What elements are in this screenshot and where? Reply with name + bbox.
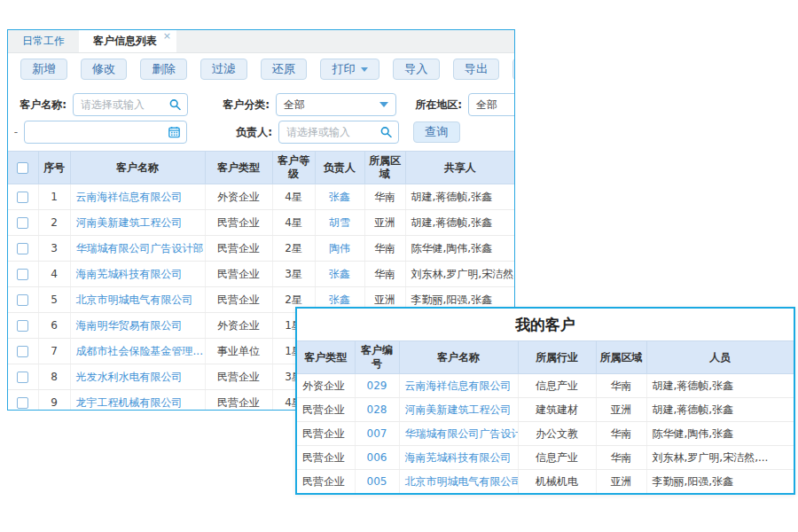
region: 华南 bbox=[364, 262, 405, 287]
category-value: 全部 bbox=[277, 98, 328, 113]
my-customers-table-body: 外资企业029云南海祥信息有限公司信息产业华南胡建,蒋德帧,张鑫民营企业028河… bbox=[297, 374, 794, 494]
table-row[interactable]: 外资企业029云南海祥信息有限公司信息产业华南胡建,蒋德帧,张鑫 bbox=[297, 374, 794, 398]
owner-link[interactable]: 张鑫 bbox=[329, 293, 350, 306]
header-people: 人员 bbox=[646, 341, 794, 374]
customer-name-link[interactable]: 云南海祥信息有限公司 bbox=[405, 379, 512, 392]
row-checkbox[interactable] bbox=[17, 217, 28, 229]
table-row[interactable]: 民营企业006海南芜城科技有限公司信息产业华南刘东林,罗广明,宋洁然,... bbox=[297, 446, 794, 470]
owner-link[interactable]: 张鑫 bbox=[329, 268, 350, 280]
category-select[interactable]: 全部 bbox=[276, 93, 396, 116]
header-shared: 共享人 bbox=[405, 152, 514, 184]
calendar-icon[interactable] bbox=[168, 127, 180, 138]
delete-button[interactable]: 删除 bbox=[140, 59, 187, 80]
owner-link[interactable]: 陶伟 bbox=[329, 242, 350, 254]
print-button-label: 打印 bbox=[332, 62, 356, 75]
export-button[interactable]: 导出 bbox=[453, 59, 500, 80]
row-no: 8 bbox=[38, 364, 70, 390]
customer-name-link[interactable]: 河南美新建筑工程公司 bbox=[405, 403, 512, 416]
owner: 张鑫 bbox=[315, 184, 364, 210]
restore-button[interactable]: 还原 bbox=[261, 59, 308, 80]
row-checkbox[interactable] bbox=[17, 372, 28, 383]
row-checkbox[interactable] bbox=[17, 320, 28, 332]
import-button[interactable]: 导入 bbox=[393, 59, 440, 80]
shared: 胡建,蒋德帧,张鑫 bbox=[405, 210, 514, 236]
tab-daily-work-label: 日常工作 bbox=[22, 34, 65, 49]
customer-type: 民营企业 bbox=[205, 262, 272, 287]
customer-name-link[interactable]: 龙宇工程机械有限公司 bbox=[76, 396, 183, 409]
region-select[interactable]: 全部 bbox=[468, 93, 515, 116]
table-row[interactable]: 民营企业007华瑞城有限公司广告设计部办公文教华南陈华健,陶伟,张鑫 bbox=[297, 422, 794, 446]
customer-name-link[interactable]: 北京市明城电气有限公司 bbox=[76, 293, 193, 306]
customer-type: 外资企业 bbox=[297, 374, 355, 398]
customer-code-link[interactable]: 028 bbox=[367, 403, 387, 416]
customer-name: 北京市明城电气有限公司 bbox=[70, 287, 205, 313]
row-checkbox[interactable] bbox=[17, 346, 28, 357]
owner-link[interactable]: 胡雪 bbox=[329, 216, 350, 229]
my-customers-header-row: 客户类型 客户编号 客户名称 所属行业 所属区域 人员 bbox=[297, 341, 794, 374]
customer-type: 民营企业 bbox=[297, 446, 355, 470]
row-checkbox[interactable] bbox=[17, 192, 28, 203]
add-button[interactable]: 新增 bbox=[20, 59, 67, 80]
customer-code: 005 bbox=[355, 470, 399, 494]
customer-code-link[interactable]: 005 bbox=[367, 475, 387, 488]
customer-name-link[interactable]: 云南海祥信息有限公司 bbox=[76, 191, 183, 203]
region-label: 所在地区: bbox=[403, 98, 462, 113]
tab-customer-list[interactable]: 客户信息列表 × bbox=[79, 30, 176, 52]
view-log-button[interactable]: 查看日志 bbox=[512, 59, 515, 80]
search-button[interactable]: 查询 bbox=[413, 121, 460, 143]
table-row[interactable]: 3华瑞城有限公司广告设计部民营企业2星陶伟华南陈华健,陶伟,张鑫 bbox=[8, 236, 514, 262]
header-customer-name: 客户名称 bbox=[399, 341, 518, 374]
filter-area: 客户名称: 客户分类: 全部 所在地区: 全部 - bbox=[8, 85, 514, 151]
print-button[interactable]: 打印 bbox=[320, 59, 379, 80]
header-customer-type: 客户类型 bbox=[205, 152, 272, 184]
customer-level: 4星 bbox=[272, 210, 315, 236]
table-row[interactable]: 民营企业028河南美新建筑工程公司建筑建材亚洲胡建,蒋德帧,张鑫 bbox=[297, 398, 794, 422]
checkbox-cell bbox=[8, 364, 38, 390]
customer-name-link[interactable]: 光发水利水电有限公司 bbox=[76, 371, 183, 383]
row-no: 7 bbox=[38, 339, 70, 364]
customer-name-link[interactable]: 成都市社会保险基金管理... bbox=[76, 345, 203, 357]
region: 亚洲 bbox=[596, 398, 646, 422]
row-checkbox[interactable] bbox=[17, 397, 28, 409]
customer-level: 3星 bbox=[272, 262, 315, 287]
row-checkbox[interactable] bbox=[17, 294, 28, 306]
owner-link[interactable]: 张鑫 bbox=[329, 191, 350, 203]
region-value: 全部 bbox=[469, 98, 515, 113]
customer-name-link[interactable]: 河南美新建筑工程公司 bbox=[76, 216, 183, 229]
table-row[interactable]: 民营企业005北京市明城电气有限公司机械机电亚洲李勤丽,阳强,张鑫 bbox=[297, 470, 794, 494]
table-row[interactable]: 2河南美新建筑工程公司民营企业4星胡雪亚洲胡建,蒋德帧,张鑫 bbox=[8, 210, 514, 236]
search-icon[interactable] bbox=[169, 99, 181, 111]
table-row[interactable]: 1云南海祥信息有限公司外资企业4星张鑫华南胡建,蒋德帧,张鑫 bbox=[8, 184, 514, 210]
customer-name-link[interactable]: 海南芜城科技有限公司 bbox=[76, 268, 183, 280]
close-icon[interactable]: × bbox=[163, 31, 171, 41]
customer-code-link[interactable]: 007 bbox=[367, 427, 387, 440]
tab-daily-work[interactable]: 日常工作 bbox=[8, 30, 79, 52]
customer-name-link[interactable]: 北京市明城电气有限公司 bbox=[405, 475, 519, 488]
header-region: 所属区域 bbox=[364, 152, 405, 184]
industry: 建筑建材 bbox=[518, 398, 596, 422]
table-row[interactable]: 4海南芜城科技有限公司民营企业3星张鑫华南刘东林,罗广明,宋洁然,张鑫 bbox=[8, 262, 514, 287]
region: 华南 bbox=[364, 184, 405, 210]
region: 华南 bbox=[596, 422, 646, 446]
my-customers-title: 我的客户 bbox=[297, 309, 794, 340]
checkbox-cell bbox=[8, 287, 38, 313]
customer-name-link[interactable]: 华瑞城有限公司广告设计部 bbox=[76, 242, 204, 254]
search-icon[interactable] bbox=[380, 127, 392, 138]
customer-code-link[interactable]: 029 bbox=[367, 379, 387, 392]
customer-type: 民营企业 bbox=[205, 390, 272, 411]
customer-name-link[interactable]: 海南芜城科技有限公司 bbox=[405, 451, 512, 464]
customer-name-link[interactable]: 海南明华贸易有限公司 bbox=[76, 319, 183, 332]
filter-button[interactable]: 过滤 bbox=[200, 59, 247, 80]
customer-name-link[interactable]: 华瑞城有限公司广告设计部 bbox=[405, 427, 519, 440]
customer-name: 光发水利水电有限公司 bbox=[70, 364, 205, 390]
select-all-checkbox[interactable] bbox=[17, 162, 28, 174]
date-input[interactable] bbox=[25, 121, 186, 143]
people: 刘东林,罗广明,宋洁然,... bbox=[646, 446, 794, 470]
row-checkbox[interactable] bbox=[17, 269, 28, 280]
edit-button[interactable]: 修改 bbox=[81, 59, 128, 80]
header-owner: 负责人 bbox=[315, 152, 364, 184]
customer-code-link[interactable]: 006 bbox=[367, 451, 387, 464]
row-no: 5 bbox=[38, 287, 70, 313]
row-checkbox[interactable] bbox=[17, 243, 28, 254]
customer-type: 民营企业 bbox=[205, 210, 272, 236]
